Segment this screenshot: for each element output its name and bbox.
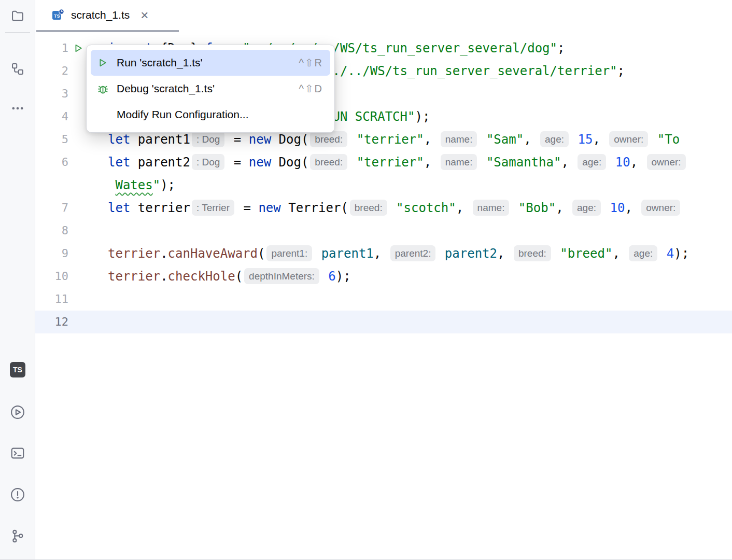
code-token: let <box>108 201 130 215</box>
left-tool-stripe: TS <box>0 0 35 560</box>
folder-icon[interactable] <box>10 8 25 23</box>
code-token: "Sam" <box>478 132 524 147</box>
code-token: 10 <box>608 155 630 170</box>
code-token: ); <box>415 109 430 124</box>
code-token: ); <box>674 246 689 261</box>
version-control-icon[interactable] <box>10 528 25 544</box>
tab-close-icon[interactable]: × <box>140 8 148 22</box>
line-number: 4 <box>35 105 68 128</box>
code-token: . <box>160 246 167 261</box>
code-token: . <box>160 269 167 284</box>
menu-item-modify-run-configuration[interactable]: Modify Run Configuration... <box>91 102 330 128</box>
code-token: , <box>424 155 439 170</box>
code-line-9[interactable]: 9terrier.canHaveAward(parent1: parent1, … <box>35 242 732 265</box>
line-number: 2 <box>35 60 68 82</box>
line-number: 9 <box>35 242 68 265</box>
inlay-hint: age: <box>629 245 657 261</box>
code-token: canHaveAward <box>168 246 258 261</box>
more-icon[interactable] <box>10 101 25 116</box>
code-line-8[interactable]: 8 <box>35 219 732 242</box>
line-number: 12 <box>35 311 68 333</box>
code-token: Terrier( <box>281 201 348 215</box>
code-text: let parent2: Dog = new Dog(breed: "terri… <box>108 151 687 174</box>
code-token: checkHole <box>168 269 235 284</box>
line-number: 7 <box>35 197 68 219</box>
menu-item-label: Modify Run Configuration... <box>117 108 316 121</box>
inlay-hint: owner: <box>647 154 686 170</box>
code-token: , <box>561 155 576 170</box>
code-token: terrier <box>130 201 190 215</box>
inlay-hint: breed: <box>350 200 387 216</box>
code-token: , <box>374 246 389 261</box>
code-text: terrier.checkHole(depthInMeters: 6); <box>108 265 351 288</box>
code-token: 6 <box>321 269 336 284</box>
run-tool-icon[interactable] <box>10 404 25 420</box>
code-token: , <box>630 155 645 170</box>
code-token: = <box>226 155 248 170</box>
code-token <box>108 178 115 192</box>
code-line-6[interactable]: 6let parent2: Dog = new Dog(breed: "terr… <box>35 151 732 174</box>
line-number: 6 <box>35 151 68 174</box>
inlay-hint: name: <box>473 200 510 216</box>
code-token: terrier <box>108 246 160 261</box>
code-token: parent1 <box>314 246 374 261</box>
terminal-icon[interactable] <box>10 445 25 461</box>
menu-item-shortcut: ^⇧D <box>299 82 323 95</box>
inlay-hint: age: <box>578 154 606 170</box>
gutter-spacer <box>68 174 108 197</box>
gutter-spacer <box>68 242 108 265</box>
code-token: new <box>258 201 280 215</box>
tab-scratch-1-ts[interactable]: TS scratch_1.ts × <box>36 0 179 30</box>
code-line-7[interactable]: 7let terrier: Terrier = new Terrier(bree… <box>35 197 732 219</box>
debug-icon <box>96 82 109 95</box>
code-token: new <box>249 132 271 147</box>
structure-icon[interactable] <box>10 61 25 77</box>
code-token: Wates <box>115 178 152 192</box>
inlay-hint: parent1: <box>266 245 312 261</box>
code-token: "breed" <box>553 246 613 261</box>
line-number: 11 <box>35 288 68 311</box>
inlay-hint: breed: <box>310 131 347 147</box>
sidebar-divider <box>5 32 30 33</box>
menu-item-shortcut: ^⇧R <box>299 57 323 69</box>
code-text: let terrier: Terrier = new Terrier(breed… <box>108 197 682 219</box>
ts-badge: TS <box>10 362 25 377</box>
code-line-12[interactable]: 12 <box>35 311 732 333</box>
run-context-menu: Run 'scratch_1.ts'^⇧RDebug 'scratch_1.ts… <box>86 45 335 133</box>
code-token: "terrier" <box>349 155 424 170</box>
code-token: ( <box>235 269 243 284</box>
gutter-spacer <box>68 288 108 311</box>
code-token: ); <box>336 269 351 284</box>
inlay-hint: age: <box>572 200 601 216</box>
code-line-wrap[interactable]: Wates"); <box>35 174 732 197</box>
menu-item-debug[interactable]: Debug 'scratch_1.ts'^⇧D <box>91 76 330 102</box>
line-number: 10 <box>35 265 68 288</box>
gutter-spacer <box>68 219 108 242</box>
code-token: " <box>153 178 160 192</box>
code-token: , <box>524 132 539 147</box>
svg-text:TS: TS <box>54 13 60 19</box>
code-token: ); <box>160 178 175 192</box>
code-token: terrier <box>108 269 160 284</box>
menu-item-run[interactable]: Run 'scratch_1.ts'^⇧R <box>91 50 330 76</box>
inlay-hint: age: <box>540 131 569 147</box>
problems-icon[interactable] <box>10 487 25 502</box>
typescript-tool-icon[interactable]: TS <box>10 362 25 377</box>
code-line-10[interactable]: 10terrier.checkHole(depthInMeters: 6); <box>35 265 732 288</box>
gutter-spacer <box>68 311 108 333</box>
menu-item-label: Debug 'scratch_1.ts' <box>117 82 291 95</box>
line-number: 3 <box>35 82 68 105</box>
tab-active-underline <box>36 30 179 32</box>
code-token: = <box>226 132 248 147</box>
inlay-hint: name: <box>441 154 477 170</box>
code-token: let <box>108 132 130 147</box>
inlay-hint: : Terrier <box>192 200 234 216</box>
code-line-11[interactable]: 11 <box>35 288 732 311</box>
inlay-hint: breed: <box>310 154 347 170</box>
gutter-spacer <box>68 197 108 219</box>
code-token: "To <box>650 132 680 147</box>
code-token: "Bob" <box>511 201 556 215</box>
code-token: , <box>456 201 471 215</box>
code-token: let <box>108 155 130 170</box>
line-number: 1 <box>35 37 68 60</box>
